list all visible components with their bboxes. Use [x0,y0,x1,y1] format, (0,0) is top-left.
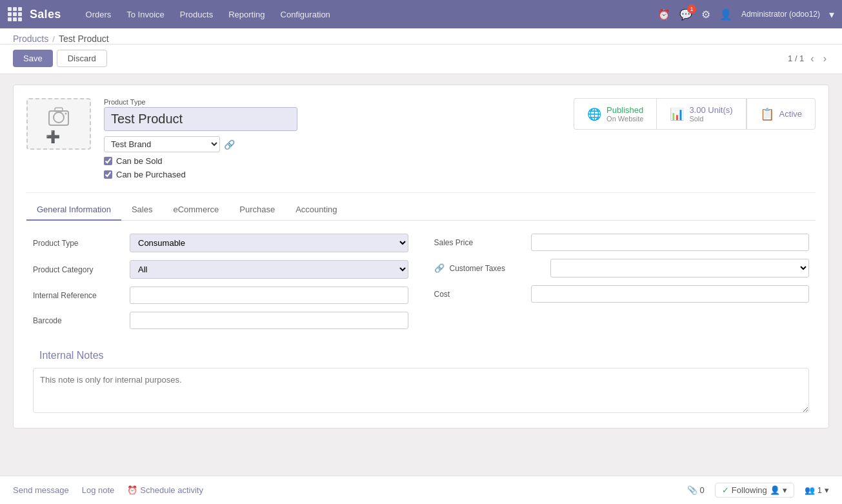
barcode-input[interactable] [130,312,408,329]
published-button[interactable]: 🌐 Published On Website [574,98,656,130]
can-be-sold-row: Can be Sold [104,156,561,166]
can-be-sold-checkbox[interactable] [104,157,112,165]
units-sold-value: 3.00 Unit(s) [689,105,732,115]
active-button[interactable]: 📋 Active [747,98,816,130]
published-status: Published On Website [606,105,643,123]
globe-icon: 🌐 [587,107,601,121]
brand-select[interactable]: Test Brand [104,136,220,152]
internal-reference-label: Internal Reference [33,291,123,300]
nav-configuration[interactable]: Configuration [274,7,337,22]
breadcrumb-separator: / [52,34,55,44]
product-type-select[interactable]: Consumable Storable Product Service [130,234,408,252]
product-type-label: Product Type [33,239,123,248]
discard-button[interactable]: Discard [57,50,107,67]
pagination-next[interactable]: › [821,52,829,66]
units-sold-status: 3.00 Unit(s) Sold [689,105,732,123]
published-sublabel: On Website [606,115,643,123]
svg-point-0 [54,112,64,123]
tab-bar: General Information Sales eCommerce Purc… [26,199,816,221]
internal-reference-row: Internal Reference [33,287,408,304]
svg-point-3 [65,112,67,114]
customer-taxes-link-icon[interactable]: 🔗 [434,263,445,273]
header-divider [26,192,816,193]
sales-price-row: Sales Price $1,000.00 [434,234,810,251]
settings-icon[interactable]: ⚙ [701,8,710,21]
tab-ecommerce[interactable]: eCommerce [163,199,229,221]
product-header: ➕ Product Type Test Brand 🔗 Can be Sold [26,98,816,179]
user-icon[interactable]: 👤 [719,8,732,21]
can-be-purchased-checkbox[interactable] [104,170,112,179]
left-column: Product Type Consumable Storable Product… [33,234,408,337]
chat-icon[interactable]: 💬 1 [679,8,692,21]
breadcrumb-parent[interactable]: Products [13,34,48,44]
brand-row: Test Brand 🔗 [104,136,561,152]
message-badge: 1 [687,5,696,14]
action-buttons: Save Discard [13,50,107,67]
form-section: Product Type Consumable Storable Product… [26,234,816,415]
main-content: ➕ Product Type Test Brand 🔗 Can be Sold [0,74,842,439]
can-be-purchased-row: Can be Purchased [104,170,561,179]
nav-orders[interactable]: Orders [79,7,118,22]
cost-label: Cost [434,290,525,299]
customer-taxes-select[interactable] [550,259,810,277]
cost-input[interactable]: $0.00 [531,285,810,303]
active-value: Active [779,109,802,119]
user-dropdown-icon[interactable]: ▾ [829,8,834,21]
product-category-label: Product Category [33,265,123,274]
breadcrumb-current: Test Product [59,34,109,44]
can-be-sold-label: Can be Sold [116,156,163,166]
tab-accounting[interactable]: Accounting [285,199,347,221]
product-category-row: Product Category All [33,260,408,279]
save-button[interactable]: Save [13,50,53,67]
external-link-icon[interactable]: 🔗 [224,139,235,150]
user-name[interactable]: Administrator (odoo12) [741,10,820,19]
internal-notes-textarea[interactable] [33,368,809,413]
chart-icon: 📊 [670,107,684,121]
nav-right: ⏰ 💬 1 ⚙ 👤 Administrator (odoo12) ▾ [657,8,834,21]
tab-purchase[interactable]: Purchase [229,199,285,221]
product-image[interactable]: ➕ [26,98,91,150]
active-icon: 📋 [760,107,774,121]
nav-to-invoice[interactable]: To Invoice [120,7,171,22]
customer-taxes-label: Customer Taxes [450,264,540,273]
top-navigation: Sales Orders To Invoice Products Reporti… [0,0,842,28]
nav-links: Orders To Invoice Products Reporting Con… [79,7,657,22]
pagination-prev[interactable]: ‹ [808,52,816,66]
action-bar: Save Discard 1 / 1 ‹ › [0,45,842,74]
product-info: Product Type Test Brand 🔗 Can be Sold Ca… [104,98,561,179]
nav-reporting[interactable]: Reporting [222,7,271,22]
units-sold-label: Sold [689,115,732,123]
pagination-count: 1 / 1 [788,54,804,63]
sales-price-input[interactable]: $1,000.00 [531,234,810,251]
sales-price-label: Sales Price [434,238,525,247]
internal-reference-input[interactable] [130,287,408,304]
form-grid: Product Type Consumable Storable Product… [33,234,809,337]
cost-row: Cost $0.00 [434,285,810,303]
tab-sales[interactable]: Sales [121,199,163,221]
barcode-row: Barcode [33,312,408,329]
status-buttons: 🌐 Published On Website 📊 3.00 Unit(s) So… [574,98,816,130]
can-be-purchased-label: Can be Purchased [116,170,186,179]
clock-icon[interactable]: ⏰ [657,8,670,21]
pagination: 1 / 1 ‹ › [788,52,829,66]
right-column: Sales Price $1,000.00 🔗 Customer Taxes [434,234,810,337]
customer-taxes-row: 🔗 Customer Taxes [434,259,810,277]
published-value: Published [606,105,643,115]
nav-products[interactable]: Products [174,7,219,22]
product-card: ➕ Product Type Test Brand 🔗 Can be Sold [13,85,829,428]
app-name: Sales [30,8,61,21]
units-sold-button[interactable]: 📊 3.00 Unit(s) Sold [656,98,746,130]
camera-icon: ➕ [46,105,72,144]
internal-notes-title: Internal Notes [39,350,809,361]
customer-taxes-label-row: 🔗 Customer Taxes [434,263,540,273]
product-name-input[interactable] [104,107,297,131]
product-type-row: Product Type Consumable Storable Product… [33,234,408,252]
product-category-select[interactable]: All [130,260,408,279]
breadcrumb: Products / Test Product [0,28,842,45]
tab-general-information[interactable]: General Information [26,199,121,221]
product-name-label: Product Type [104,98,561,106]
app-grid-icon[interactable] [8,7,22,21]
barcode-label: Barcode [33,316,123,325]
